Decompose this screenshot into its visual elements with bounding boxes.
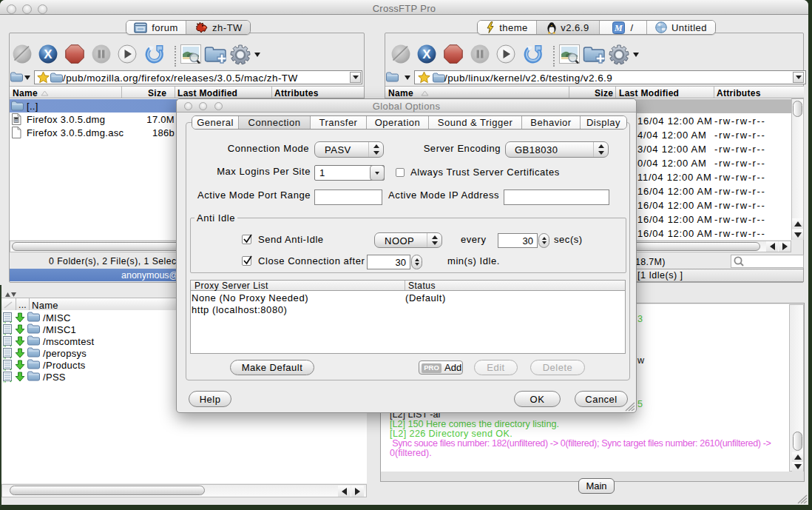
svg-text:X: X bbox=[44, 47, 53, 61]
svg-text:M: M bbox=[614, 23, 623, 33]
svg-text:X: X bbox=[422, 47, 431, 61]
